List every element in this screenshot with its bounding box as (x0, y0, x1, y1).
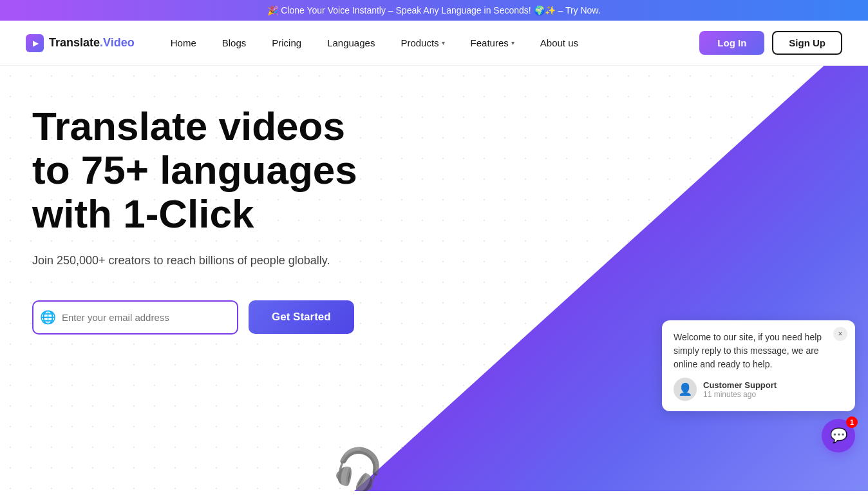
hero-content: Translate videos to 75+ languages with 1… (32, 104, 393, 335)
chat-fab-icon: 💬 (830, 427, 847, 444)
logo-text: Translate.Video (49, 36, 135, 50)
features-chevron-icon: ▾ (511, 39, 514, 46)
nav-actions: Log In Sign Up (699, 31, 842, 55)
get-started-button[interactable]: Get Started (249, 300, 354, 334)
chat-badge-count: 1 (846, 416, 858, 428)
chat-meta: Customer Support 11 minutes ago (703, 380, 844, 399)
nav-products[interactable]: Products ▾ (390, 32, 455, 53)
nav-blogs[interactable]: Blogs (212, 32, 257, 53)
logo-icon (26, 34, 44, 52)
nav-home[interactable]: Home (160, 32, 207, 53)
chat-timestamp: 11 minutes ago (703, 390, 844, 399)
logo-link[interactable]: Translate.Video (26, 34, 135, 52)
chat-close-button[interactable]: × (833, 327, 847, 341)
login-button[interactable]: Log In (699, 31, 764, 55)
email-input-wrapper: 🌐 (32, 300, 238, 335)
chat-widget: × Welcome to our site, if you need help … (662, 320, 855, 452)
hero-title: Translate videos to 75+ languages with 1… (32, 104, 393, 237)
navbar: Translate.Video Home Blogs Pricing Langu… (0, 21, 868, 66)
avatar-icon: 👤 (678, 382, 692, 396)
products-chevron-icon: ▾ (442, 39, 445, 46)
chat-bubble: × Welcome to our site, if you need help … (662, 320, 855, 411)
nav-links: Home Blogs Pricing Languages Products ▾ … (160, 32, 700, 53)
avatar: 👤 (674, 378, 697, 401)
hero-section: Translate videos to 75+ languages with 1… (0, 66, 868, 491)
nav-languages[interactable]: Languages (317, 32, 385, 53)
nav-pricing[interactable]: Pricing (261, 32, 312, 53)
chat-fab-button[interactable]: 💬 1 (822, 419, 855, 452)
chat-message: Welcome to our site, if you need help si… (674, 331, 844, 371)
signup-button[interactable]: Sign Up (772, 31, 842, 55)
banner-text: 🎉 Clone Your Voice Instantly – Speak Any… (267, 5, 600, 15)
announcement-banner[interactable]: 🎉 Clone Your Voice Instantly – Speak Any… (0, 0, 868, 21)
email-input[interactable] (32, 300, 238, 335)
nav-about[interactable]: About us (530, 32, 589, 53)
chat-footer: 👤 Customer Support 11 minutes ago (674, 378, 844, 401)
chat-agent-name: Customer Support (703, 380, 844, 390)
hero-subtitle: Join 250,000+ creators to reach billions… (32, 252, 393, 269)
nav-features[interactable]: Features ▾ (460, 32, 525, 53)
globe-icon: 🌐 (40, 309, 56, 325)
hero-cta: 🌐 Get Started (32, 300, 393, 335)
